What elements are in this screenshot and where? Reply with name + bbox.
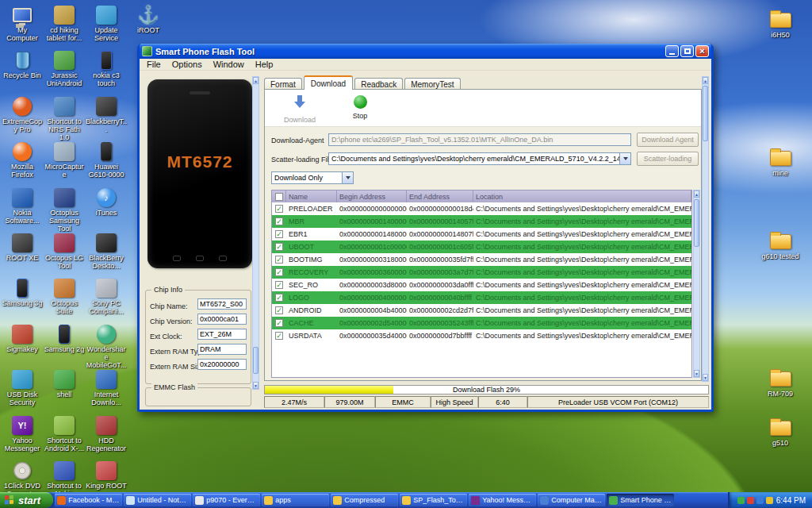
tab-format[interactable]: Format [264,78,302,90]
taskbar-item[interactable]: Smart Phone Fla... [607,494,674,506]
desktop-icon[interactable]: Sigmakey [2,322,43,354]
taskbar-item[interactable]: Compressed [331,494,398,506]
download-agent-button[interactable]: Download Agent [637,133,699,147]
start-button[interactable]: start [0,492,53,508]
select-all-checkbox[interactable] [272,190,286,202]
desktop-icon[interactable]: MicroCapture [44,140,85,179]
table-row[interactable]: ✓ RECOVERY 0x0000000003600000 0x00000000… [272,266,691,279]
row-checkbox[interactable]: ✓ [272,256,286,264]
table-row[interactable]: ✓ SEC_RO 0x0000000003d80000 0x0000000003… [272,279,691,291]
scroll-down-icon[interactable]: ▼ [703,374,708,381]
scroll-up-icon[interactable]: ▲ [253,77,259,84]
desktop-icon[interactable]: Nokia Software... [2,186,43,225]
menu-item-help[interactable]: Help [250,60,279,69]
row-checkbox[interactable]: ✓ [272,294,286,302]
minimize-button[interactable] [665,45,679,57]
table-row[interactable]: ✓ LOGO 0x0000000004000000 0x00000000040b… [272,291,691,304]
desktop-icon[interactable]: Recycle Bin [2,48,43,80]
table-row[interactable]: ✓ PRELOADER 0x0000000000000000 0x0000000… [272,202,691,215]
row-checkbox[interactable]: ✓ [272,217,286,225]
tray-icon-yellow[interactable] [766,497,773,504]
desktop-icon[interactable]: My Computer [2,3,43,43]
scroll-up-icon[interactable]: ▲ [703,77,708,84]
desktop-icon[interactable]: ROOT XE [2,231,43,263]
row-checkbox[interactable]: ✓ [272,230,286,238]
row-checkbox[interactable]: ✓ [272,319,286,327]
tray-icon-blue[interactable] [756,497,764,504]
menu-item-window[interactable]: Window [208,60,250,69]
desktop-icon[interactable]: Shortcut to NRS Fath 1.0 [44,94,85,142]
column-header[interactable]: Begin Address [337,190,407,202]
taskbar-item[interactable]: Computer Mana... [538,494,605,506]
taskbar-item[interactable]: p9070 - Everyth... [193,494,260,506]
scrollbar-thumb[interactable] [703,86,708,141]
column-header[interactable]: Location [473,190,691,202]
menu-item-options[interactable]: Options [167,60,208,69]
desktop-icon[interactable]: Kingo ROOT [86,459,127,491]
tray-icon-green[interactable] [737,497,745,504]
desktop-icon[interactable]: ♪ iTunes [86,186,127,217]
desktop-icon[interactable]: Wondershare MobileGoT... [86,322,127,370]
column-header[interactable]: End Address [407,190,473,202]
left-panel-scrollbar[interactable]: ▲ ▼ [252,76,259,390]
desktop-icon[interactable]: Mozilla Firefox [2,140,43,179]
desktop-icon[interactable]: ExtremeCopy Pro [2,94,43,134]
download-button[interactable]: Download [278,94,322,124]
desktop-icon[interactable]: shell [44,368,85,399]
desktop-icon[interactable]: BlackberryT... [86,94,127,134]
desktop-icon[interactable]: g510 [760,416,801,448]
taskbar-item[interactable]: Yahoo! Messenger [469,494,536,506]
scatter-loading-combo[interactable]: C:\Documents and Settings\yves\Desktop\c… [328,152,631,165]
row-checkbox[interactable]: ✓ [272,332,286,340]
download-mode-dropdown[interactable]: Download Only [271,171,354,184]
desktop-icon[interactable]: Update Service [86,3,127,43]
window-scrollbar[interactable]: ▲ ▼ [702,76,709,382]
table-row[interactable]: ✓ UBOOT 0x0000000001c00000 0x0000000001c… [272,241,691,253]
maximize-button[interactable] [680,45,694,57]
desktop-icon[interactable]: BlackBerry Deskto... [86,231,127,271]
tray-icon-red[interactable] [747,497,754,504]
desktop-icon[interactable]: Jurassic UniAndroid [44,48,85,88]
desktop-icon[interactable]: mine [760,146,801,178]
desktop-icon[interactable]: g610 tested [760,229,801,261]
desktop-icon[interactable]: Shortcut to Android X-... [44,414,85,453]
chevron-down-icon[interactable] [342,172,353,183]
desktop-icon[interactable]: Octopus LG Tool [44,231,85,271]
download-agent-field[interactable]: D:\phone etc\a269\SP_Flash_Tool_v5.1352.… [328,133,631,146]
desktop-icon[interactable]: Sony PC Compani... [86,276,127,316]
tab-memorytest[interactable]: MemoryTest [404,78,460,90]
tab-download[interactable]: Download [304,75,353,90]
taskbar-item[interactable]: Untitled - Notepad [124,494,191,506]
scroll-down-icon[interactable]: ▼ [253,382,259,389]
tab-readback[interactable]: Readback [354,78,403,90]
table-row[interactable]: ✓ EBR1 0x0000000001480000 0x000000000148… [272,228,691,241]
scrollbar-thumb[interactable] [694,199,699,247]
scrollbar-thumb[interactable] [253,347,259,374]
row-checkbox[interactable]: ✓ [272,205,286,213]
table-row[interactable]: ✓ CACHE 0x000000002d540000 0x00000000352… [272,317,691,329]
table-row[interactable]: ✓ ANDROID 0x0000000004b40000 0x000000002… [272,304,691,317]
table-row[interactable]: ✓ USRDATA 0x0000000035d40000 0x00000000d… [272,329,691,342]
scroll-up-icon[interactable]: ▲ [694,190,699,198]
desktop-icon[interactable]: Internet Downlo... [86,368,127,407]
chevron-down-icon[interactable] [619,153,630,164]
desktop-icon[interactable]: i6H50 [760,8,801,40]
row-checkbox[interactable]: ✓ [272,306,286,314]
scroll-down-icon[interactable]: ▼ [694,370,699,377]
taskbar-item[interactable]: SP_Flash_Tool_... [400,494,467,506]
table-row[interactable]: ✓ MBR 0x0000000001400000 0x0000000001405… [272,215,691,228]
stop-button[interactable]: Stop [344,94,376,120]
row-checkbox[interactable]: ✓ [272,268,286,276]
scatter-loading-button[interactable]: Scatter-loading [637,152,699,166]
taskbar-item[interactable]: Facebook - Mozi... [55,494,122,506]
desktop-icon[interactable]: cd hiking tablet! for... [44,3,85,43]
row-checkbox[interactable]: ✓ [272,243,286,251]
taskbar-item[interactable]: apps [262,494,329,506]
desktop-icon[interactable]: Samsung 2g [44,322,85,354]
table-row[interactable]: ✓ BOOTIMG 0x0000000003180000 0x000000000… [272,253,691,266]
desktop-icon[interactable]: Octoplus Samsung Tool [44,186,85,233]
row-checkbox[interactable]: ✓ [272,281,286,289]
desktop-icon[interactable]: HDD Regenerator [86,414,127,453]
desktop-icon[interactable]: Octopus Suite [44,276,85,316]
table-scrollbar[interactable]: ▲ ▼ [693,190,700,378]
